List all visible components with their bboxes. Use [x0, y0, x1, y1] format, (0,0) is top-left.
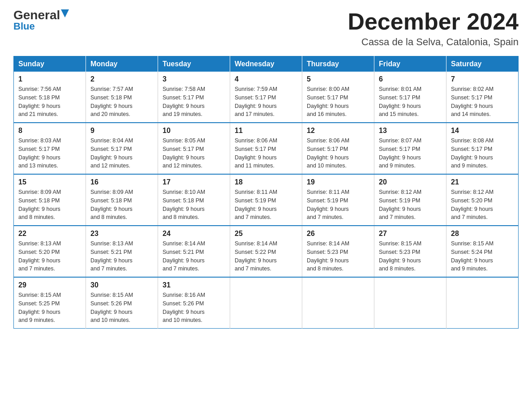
daylight-label: Daylight: 9 hours	[18, 206, 60, 212]
calendar-cell-w5-d5	[302, 277, 374, 329]
sunrise-label: Sunrise: 8:10 AM	[163, 189, 205, 195]
day-info: Sunrise: 8:06 AM Sunset: 5:17 PM Dayligh…	[235, 137, 297, 170]
calendar-cell-w2-d3: 10 Sunrise: 8:05 AM Sunset: 5:17 PM Dayl…	[158, 123, 230, 174]
day-info: Sunrise: 8:05 AM Sunset: 5:17 PM Dayligh…	[163, 137, 225, 170]
sunset-label: Sunset: 5:19 PM	[235, 197, 276, 204]
day-number: 18	[235, 178, 297, 186]
sunrise-label: Sunrise: 8:09 AM	[18, 189, 61, 195]
sunset-label: Sunset: 5:19 PM	[307, 197, 348, 204]
daylight-label: Daylight: 9 hours	[451, 103, 493, 109]
sunrise-label: Sunrise: 8:14 AM	[163, 240, 205, 247]
daylight-minutes: and 7 minutes.	[235, 265, 271, 272]
sunset-label: Sunset: 5:20 PM	[18, 249, 60, 255]
daylight-label: Daylight: 9 hours	[18, 154, 60, 161]
day-number: 31	[163, 281, 225, 289]
daylight-minutes: and 17 minutes.	[235, 111, 275, 117]
sunset-label: Sunset: 5:17 PM	[235, 94, 276, 101]
day-number: 25	[235, 230, 297, 238]
daylight-label: Daylight: 9 hours	[90, 103, 133, 109]
daylight-label: Daylight: 9 hours	[451, 206, 493, 212]
day-info: Sunrise: 8:14 AM Sunset: 5:23 PM Dayligh…	[307, 240, 369, 273]
day-number: 30	[90, 281, 153, 289]
calendar-cell-w3-d3: 17 Sunrise: 8:10 AM Sunset: 5:18 PM Dayl…	[158, 174, 230, 226]
daylight-label: Daylight: 9 hours	[90, 257, 133, 264]
day-number: 17	[163, 178, 225, 186]
calendar-cell-w1-d3: 3 Sunrise: 7:58 AM Sunset: 5:17 PM Dayli…	[158, 72, 230, 123]
day-info: Sunrise: 7:57 AM Sunset: 5:18 PM Dayligh…	[90, 85, 153, 119]
daylight-label: Daylight: 9 hours	[451, 257, 493, 264]
sunrise-label: Sunrise: 8:11 AM	[307, 189, 349, 195]
day-number: 6	[379, 75, 442, 83]
calendar-cell-w3-d1: 15 Sunrise: 8:09 AM Sunset: 5:18 PM Dayl…	[14, 174, 86, 226]
calendar-cell-w2-d2: 9 Sunrise: 8:04 AM Sunset: 5:17 PM Dayli…	[86, 123, 158, 174]
day-number: 24	[163, 230, 225, 238]
daylight-minutes: and 7 minutes.	[163, 265, 199, 272]
calendar-cell-w3-d2: 16 Sunrise: 8:09 AM Sunset: 5:18 PM Dayl…	[86, 174, 158, 226]
sunset-label: Sunset: 5:17 PM	[451, 146, 492, 152]
logo-blue-text: Blue	[13, 21, 35, 32]
sunset-label: Sunset: 5:17 PM	[163, 146, 204, 152]
daylight-label: Daylight: 9 hours	[163, 206, 205, 212]
calendar-cell-w3-d7: 21 Sunrise: 8:12 AM Sunset: 5:20 PM Dayl…	[446, 174, 519, 226]
daylight-label: Daylight: 9 hours	[235, 206, 277, 212]
calendar-cell-w5-d3: 31 Sunrise: 8:16 AM Sunset: 5:26 PM Dayl…	[158, 277, 230, 329]
sunset-label: Sunset: 5:17 PM	[451, 94, 492, 101]
sunrise-label: Sunrise: 7:56 AM	[18, 86, 61, 92]
day-number: 19	[307, 178, 369, 186]
svg-marker-0	[61, 9, 69, 17]
sunset-label: Sunset: 5:24 PM	[451, 249, 492, 255]
sunrise-label: Sunrise: 8:11 AM	[235, 189, 277, 195]
day-info: Sunrise: 7:58 AM Sunset: 5:17 PM Dayligh…	[163, 85, 225, 119]
sunset-label: Sunset: 5:23 PM	[379, 249, 420, 255]
daylight-label: Daylight: 9 hours	[379, 154, 421, 161]
daylight-label: Daylight: 9 hours	[235, 103, 277, 109]
calendar-cell-w1-d7: 7 Sunrise: 8:02 AM Sunset: 5:17 PM Dayli…	[446, 72, 519, 123]
sunrise-label: Sunrise: 8:06 AM	[235, 137, 277, 144]
daylight-minutes: and 12 minutes.	[163, 163, 202, 169]
day-info: Sunrise: 8:10 AM Sunset: 5:18 PM Dayligh…	[163, 188, 225, 222]
daylight-label: Daylight: 9 hours	[90, 154, 133, 161]
daylight-label: Daylight: 9 hours	[307, 103, 349, 109]
day-info: Sunrise: 8:15 AM Sunset: 5:23 PM Dayligh…	[379, 240, 442, 273]
daylight-label: Daylight: 9 hours	[18, 257, 60, 264]
day-info: Sunrise: 8:00 AM Sunset: 5:17 PM Dayligh…	[307, 85, 369, 119]
day-number: 27	[379, 230, 442, 238]
daylight-minutes: and 9 minutes.	[18, 317, 55, 323]
daylight-minutes: and 7 minutes.	[379, 214, 416, 220]
day-info: Sunrise: 8:11 AM Sunset: 5:19 PM Dayligh…	[235, 188, 297, 222]
page-subtitle: Cassa de la Selva, Catalonia, Spain	[348, 36, 519, 48]
calendar-cell-w4-d5: 26 Sunrise: 8:14 AM Sunset: 5:23 PM Dayl…	[302, 226, 374, 277]
daylight-label: Daylight: 9 hours	[90, 206, 133, 212]
daylight-minutes: and 19 minutes.	[163, 111, 202, 117]
calendar-cell-w2-d4: 11 Sunrise: 8:06 AM Sunset: 5:17 PM Dayl…	[230, 123, 302, 174]
day-number: 8	[18, 127, 81, 135]
daylight-minutes: and 10 minutes.	[163, 317, 202, 323]
logo-general-text: General	[13, 9, 60, 21]
sunrise-label: Sunrise: 7:58 AM	[163, 86, 205, 92]
sunset-label: Sunset: 5:17 PM	[235, 146, 276, 152]
day-info: Sunrise: 8:06 AM Sunset: 5:17 PM Dayligh…	[307, 137, 369, 170]
sunset-label: Sunset: 5:18 PM	[163, 197, 204, 204]
sunrise-label: Sunrise: 8:16 AM	[163, 292, 205, 298]
day-number: 28	[451, 230, 514, 238]
day-info: Sunrise: 8:02 AM Sunset: 5:17 PM Dayligh…	[451, 85, 514, 119]
day-info: Sunrise: 8:15 AM Sunset: 5:24 PM Dayligh…	[451, 240, 514, 273]
day-info: Sunrise: 8:13 AM Sunset: 5:21 PM Dayligh…	[90, 240, 153, 273]
sunset-label: Sunset: 5:17 PM	[163, 94, 204, 101]
day-info: Sunrise: 8:04 AM Sunset: 5:17 PM Dayligh…	[90, 137, 153, 170]
calendar-header-row: Sunday Monday Tuesday Wednesday Thursday…	[14, 56, 519, 72]
sunset-label: Sunset: 5:17 PM	[18, 146, 60, 152]
page-title: December 2024	[348, 9, 519, 34]
daylight-minutes: and 8 minutes.	[163, 214, 199, 220]
sunrise-label: Sunrise: 8:06 AM	[307, 137, 349, 144]
daylight-minutes: and 8 minutes.	[379, 265, 416, 272]
day-number: 14	[451, 127, 514, 135]
calendar-cell-w3-d6: 20 Sunrise: 8:12 AM Sunset: 5:19 PM Dayl…	[374, 174, 446, 226]
header-tuesday: Tuesday	[158, 56, 230, 72]
calendar-cell-w5-d4	[230, 277, 302, 329]
daylight-minutes: and 8 minutes.	[90, 214, 127, 220]
day-info: Sunrise: 8:13 AM Sunset: 5:20 PM Dayligh…	[18, 240, 81, 273]
sunrise-label: Sunrise: 8:02 AM	[451, 86, 493, 92]
sunset-label: Sunset: 5:18 PM	[18, 94, 60, 101]
daylight-minutes: and 9 minutes.	[451, 265, 488, 272]
